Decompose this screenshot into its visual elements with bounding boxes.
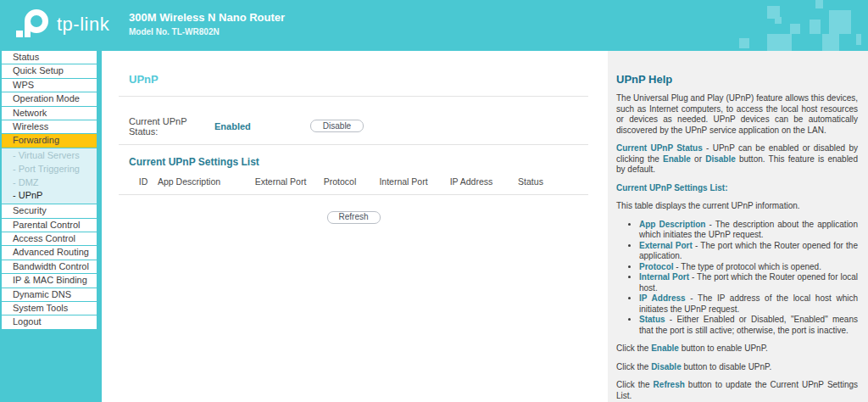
router-admin-screen: tp-link 300M Wireless N Nano Router Mode…	[0, 0, 868, 402]
device-model: Model No. TL-WR802N	[129, 27, 285, 36]
device-title: 300M Wireless N Nano Router	[129, 11, 285, 24]
help-paragraph-status: Current UPnP Status - UPnP can be enable…	[616, 143, 858, 176]
help-bullet-protocol: Protocol - The type of protocol which is…	[639, 262, 858, 273]
sidebar-item-wps[interactable]: WPS	[2, 79, 97, 92]
help-click-disable: Click the Disable button to disable UPnP…	[616, 362, 858, 373]
column-ip-address: IP Address	[437, 176, 505, 187]
sidebar-item-access-control[interactable]: Access Control	[2, 232, 97, 245]
sidebar-item-wireless[interactable]: Wireless	[2, 120, 97, 133]
upnp-status-row: Current UPnP Status: Enabled Disable	[129, 120, 588, 132]
app-header: tp-link 300M Wireless N Nano Router Mode…	[0, 0, 868, 51]
sidebar-nav: Status Quick Setup WPS Operation Mode Ne…	[0, 51, 102, 402]
help-paragraph-intro: The Universal Plug and Play (UPnP) featu…	[616, 93, 858, 136]
help-panel: UPnP Help The Universal Plug and Play (U…	[608, 51, 868, 402]
status-label: Current UPnP Status:	[129, 116, 214, 137]
brand-name: tp-link	[57, 15, 109, 34]
sidebar-item-dmz[interactable]: - DMZ	[2, 176, 97, 190]
help-bullet-internal-port: Internal Port - The port which the Route…	[639, 272, 858, 293]
device-title-block: 300M Wireless N Nano Router Model No. TL…	[129, 11, 285, 36]
help-click-refresh: Click the Refresh button to update the C…	[616, 380, 858, 401]
help-bullet-external-port: External Port - The port which the Route…	[639, 241, 858, 262]
help-title: UPnP Help	[616, 73, 858, 86]
column-external-port: External Port	[251, 176, 310, 187]
sidebar-item-operation-mode[interactable]: Operation Mode	[2, 92, 97, 105]
sidebar-item-ip-mac-binding[interactable]: IP & MAC Binding	[2, 274, 97, 287]
sidebar-item-logout[interactable]: Logout	[2, 315, 97, 328]
refresh-button[interactable]: Refresh	[327, 211, 381, 224]
divider	[119, 194, 588, 195]
column-app-description: App Description	[158, 176, 251, 187]
help-bullet-app-description: App Description - The description about …	[639, 220, 858, 241]
sidebar-item-forwarding[interactable]: Forwarding	[2, 134, 97, 147]
disable-button[interactable]: Disable	[310, 120, 364, 132]
help-paragraph-table-info: This table displays the current UPnP inf…	[616, 201, 858, 212]
sidebar-item-upnp[interactable]: - UPnP	[2, 189, 97, 203]
help-paragraph-list-title: Current UPnP Settings List:	[616, 183, 858, 194]
help-click-enable: Click the Enable button to enable UPnP.	[616, 343, 858, 355]
help-bullet-status: Status - Either Enabled or Disabled, "En…	[639, 315, 858, 336]
main-content: UPnP Current UPnP Status: Enabled Disabl…	[102, 51, 608, 402]
tplink-logo: tp-link	[14, 8, 109, 42]
refresh-row: Refresh	[119, 208, 588, 224]
divider	[119, 96, 588, 97]
sidebar-item-network[interactable]: Network	[2, 107, 97, 120]
help-bullet-ip-address: IP Address - The IP address of the local…	[639, 293, 858, 315]
sidebar-item-dynamic-dns[interactable]: Dynamic DNS	[2, 288, 97, 301]
settings-table-header: ID App Description External Port Protoco…	[129, 176, 588, 187]
sidebar-item-virtual-servers[interactable]: - Virtual Servers	[2, 149, 97, 163]
column-protocol: Protocol	[310, 176, 370, 187]
sidebar-item-port-triggering[interactable]: - Port Triggering	[2, 163, 97, 176]
forwarding-submenu: - Virtual Servers - Port Triggering - DM…	[2, 148, 97, 204]
help-bullet-list: App Description - The description about …	[616, 220, 858, 337]
column-status: Status	[505, 176, 556, 187]
page-title: UPnP	[129, 73, 588, 86]
sidebar-item-status[interactable]: Status	[2, 51, 97, 64]
column-id: ID	[129, 176, 158, 187]
sidebar-item-bandwidth-control[interactable]: Bandwidth Control	[2, 260, 97, 273]
column-internal-port: Internal Port	[370, 176, 437, 187]
tplink-logo-icon	[14, 8, 51, 42]
sidebar-item-parental-control[interactable]: Parental Control	[2, 219, 97, 232]
status-value: Enabled	[214, 121, 310, 131]
sidebar-item-quick-setup[interactable]: Quick Setup	[2, 64, 97, 77]
sidebar-item-security[interactable]: Security	[2, 204, 97, 217]
sidebar-item-system-tools[interactable]: System Tools	[2, 302, 97, 315]
sidebar-item-advanced-routing[interactable]: Advanced Routing	[2, 246, 97, 259]
settings-list-title: Current UPnP Settings List	[129, 156, 588, 168]
divider	[119, 144, 588, 145]
